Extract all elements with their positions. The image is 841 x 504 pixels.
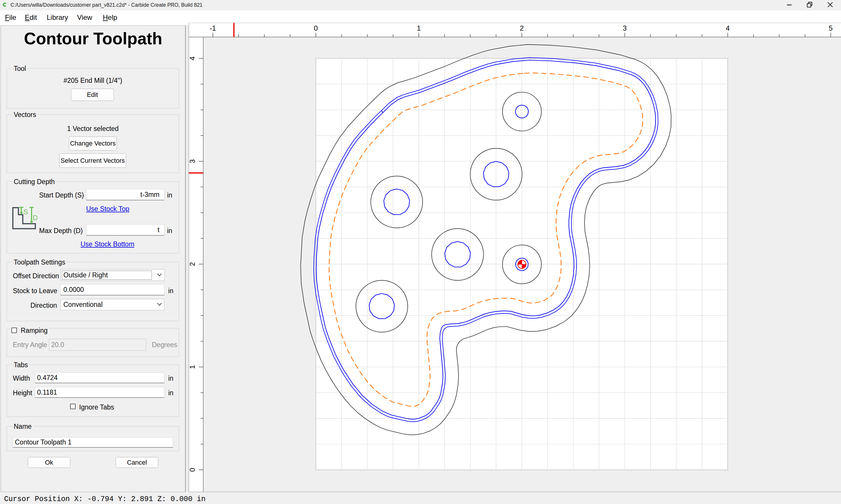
svg-text:0: 0 [189, 468, 196, 472]
svg-text:0: 0 [314, 24, 318, 32]
svg-text:D: D [33, 214, 38, 222]
svg-text:3: 3 [189, 159, 196, 163]
svg-text:5: 5 [829, 24, 833, 32]
svg-text:S: S [23, 208, 28, 216]
svg-text:1: 1 [417, 24, 421, 32]
svg-text:3: 3 [623, 24, 627, 32]
svg-text:2: 2 [520, 24, 524, 32]
svg-text:1: 1 [189, 365, 196, 369]
svg-text:4: 4 [189, 57, 196, 60]
svg-text:-1: -1 [210, 24, 216, 32]
svg-text:4: 4 [726, 24, 730, 32]
svg-text:2: 2 [189, 262, 196, 266]
